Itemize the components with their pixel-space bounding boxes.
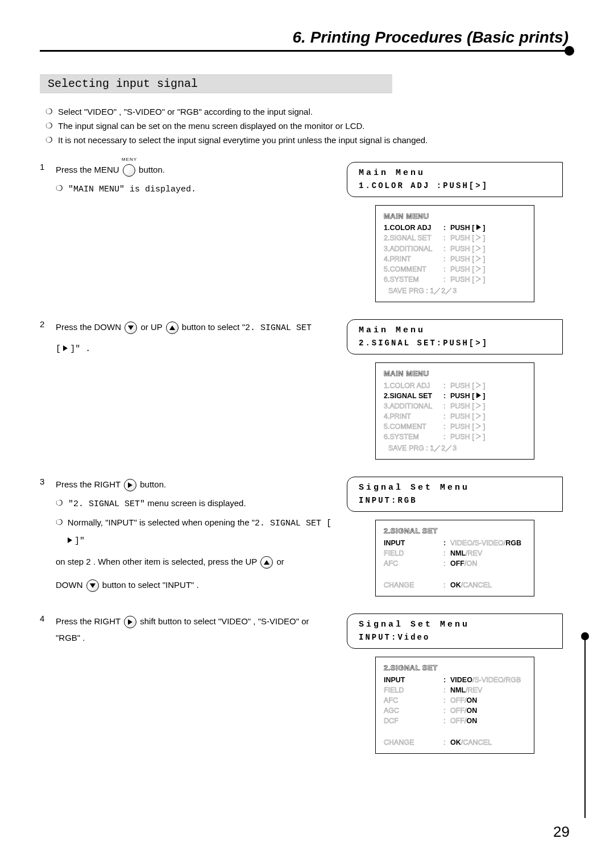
step-number: 4: [40, 614, 56, 623]
lcd-display: Main Menu 2.SIGNAL SET:PUSH[>]: [347, 319, 563, 354]
bullet-text: It is not necessary to select the input …: [58, 135, 428, 145]
text: button.: [140, 479, 166, 489]
text: Press the RIGHT: [56, 479, 121, 489]
right-arrow-icon: [68, 537, 72, 543]
side-index-line: [584, 636, 586, 818]
text: button to select "INPUT" .: [102, 580, 199, 590]
lcd-display: Main Menu 1.COLOR ADJ :PUSH[>]: [347, 162, 563, 197]
text: Normally, "INPUT" is selected when openi…: [68, 518, 255, 527]
osd-main-menu: MAIN MENU1.COLOR ADJ:PUSH [ ]2.SIGNAL SE…: [375, 362, 534, 460]
step-number: 3: [40, 477, 56, 486]
bullet-text: The input signal can be set on the menu …: [58, 121, 364, 131]
text: button to select ": [182, 322, 245, 332]
right-button-icon: [124, 479, 136, 491]
section-heading: Selecting input signal: [40, 74, 392, 93]
menu-button-icon: MENY: [122, 162, 136, 178]
step-1: 1 Press the MENU MENY button. ❍"MAIN MEN…: [40, 162, 574, 302]
step-number: 2: [40, 319, 56, 329]
up-button-icon: [260, 556, 273, 569]
step-3: 3 Press the RIGHT button. ❍"2. SIGNAL SE…: [40, 477, 574, 596]
text: 2. SIGNAL SET: [245, 323, 312, 333]
step-2: 2 Press the DOWN or UP button to select …: [40, 319, 574, 460]
step-4: 4 Press the RIGHT shift button to select…: [40, 614, 574, 754]
text: button.: [139, 165, 165, 174]
page-number: 29: [553, 823, 570, 841]
lcd-display: Signal Set Menu INPUT:RGB: [347, 477, 563, 512]
text: Press the DOWN: [56, 322, 121, 332]
right-arrow-icon: [63, 345, 68, 351]
step-number: 1: [40, 162, 56, 172]
intro-bullets: ❍Select "VIDEO" , "S-VIDEO" or "RGB" acc…: [45, 107, 574, 145]
down-button-icon: [86, 579, 99, 592]
up-button-icon: [166, 322, 179, 334]
text: Press the MENU: [56, 165, 119, 174]
down-button-icon: [125, 322, 137, 334]
text: or UP: [140, 322, 162, 332]
text: DOWN: [56, 580, 83, 590]
lcd-display: Signal Set Menu INPUT:Video: [347, 614, 563, 649]
right-button-icon: [124, 616, 136, 628]
text: on step 2 . When other item is selected,…: [56, 557, 257, 566]
chapter-title: 6. Printing Procedures (Basic prints): [40, 28, 574, 47]
text: "MAIN MENU" is displayed.: [68, 185, 196, 194]
title-rule: [40, 50, 574, 52]
osd-main-menu: MAIN MENU1.COLOR ADJ:PUSH [ ]2.SIGNAL SE…: [375, 205, 534, 303]
text: or: [276, 557, 284, 566]
text: [: [56, 344, 61, 354]
text: ]" .: [70, 344, 90, 354]
text: Press the RIGHT: [56, 616, 121, 626]
osd-signal-set: 2.SIGNAL SETINPUT:VIDEO/S-VIDEO/RGBFIELD…: [375, 657, 534, 754]
bullet-text: Select "VIDEO" , "S-VIDEO" or "RGB" acco…: [58, 107, 313, 116]
osd-signal-set: 2.SIGNAL SETINPUT:VIDEO/S-VIDEO/RGBFIELD…: [375, 520, 534, 596]
